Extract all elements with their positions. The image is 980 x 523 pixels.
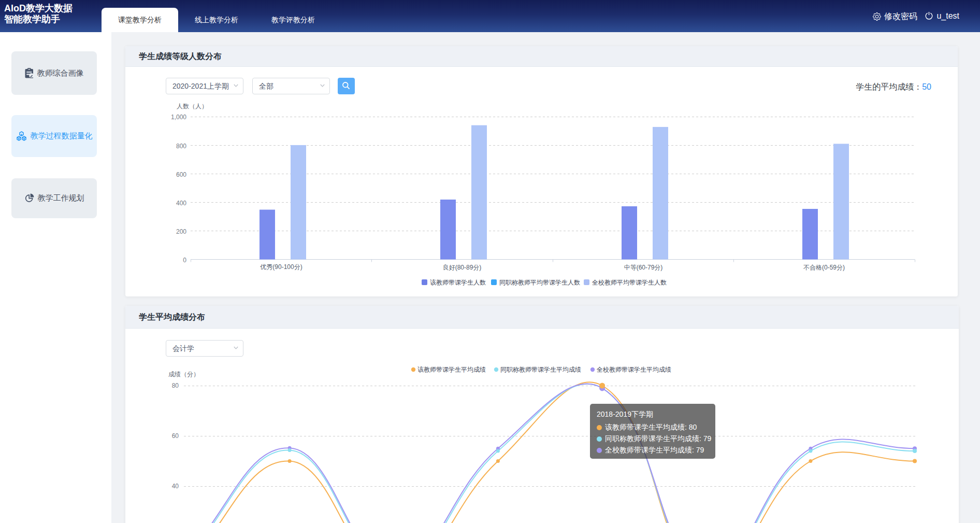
svg-text:成绩（分）: 成绩（分） [168,371,199,378]
svg-text:60: 60 [172,432,179,440]
svg-text:良好(80-89分): 良好(80-89分) [443,264,482,271]
svg-text:该教师带课学生平均成绩: 该教师带课学生平均成绩 [417,366,486,373]
svg-text:全校教师平均带课学生人数: 全校教师平均带课学生人数 [592,279,667,286]
svg-text:1,000: 1,000 [171,114,186,121]
svg-text:800: 800 [176,143,186,150]
svg-text:全校教师带课学生平均成绩: 全校教师带课学生平均成绩 [597,366,671,373]
svg-text:200: 200 [176,228,186,235]
svg-text:0: 0 [183,257,186,264]
svg-text:400: 400 [176,200,186,207]
svg-text:同职称教师带课学生平均成绩: 同职称教师带课学生平均成绩 [500,366,581,373]
svg-text:不合格(0-59分): 不合格(0-59分) [803,264,845,271]
svg-text:600: 600 [176,171,186,178]
svg-text:同职称教师平均带课学生人数: 同职称教师平均带课学生人数 [499,279,580,286]
svg-text:中等(60-79分): 中等(60-79分) [624,264,663,271]
svg-text:该教师带课学生人数: 该教师带课学生人数 [430,279,486,286]
svg-text:80: 80 [172,382,179,389]
svg-text:优秀(90-100分): 优秀(90-100分) [260,263,302,271]
svg-text:40: 40 [172,483,179,490]
svg-text:人数（人）: 人数（人） [177,103,208,110]
